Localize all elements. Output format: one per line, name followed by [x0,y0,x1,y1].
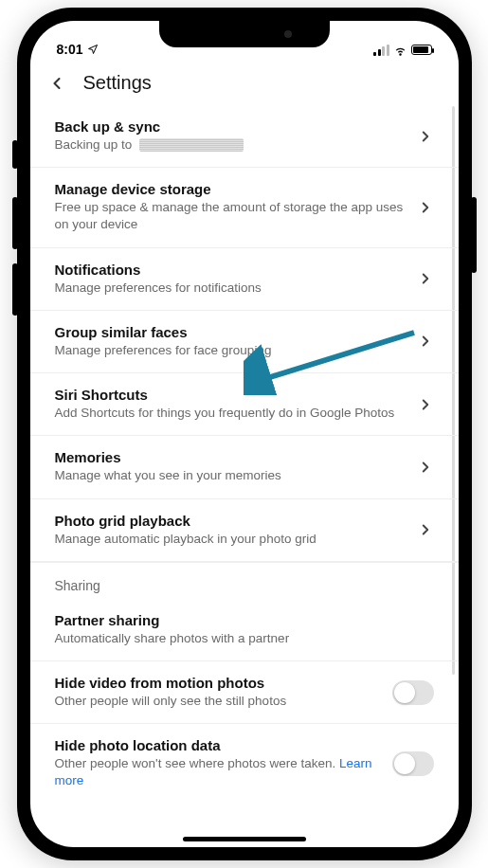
row-notifications[interactable]: Notifications Manage preferences for not… [30,248,459,311]
row-subtitle: Backing up to [55,136,406,154]
toggle-hide-location[interactable] [392,751,434,776]
volume-down-button [12,263,18,316]
row-title: Group similar faces [55,324,406,340]
chevron-right-icon [417,521,434,538]
chevron-right-icon [417,333,434,350]
location-icon [87,44,99,55]
home-indicator[interactable] [183,837,306,841]
back-button[interactable] [47,74,66,93]
row-hide-video-motion: Hide video from motion photos Other peop… [30,661,459,724]
content-scroll[interactable]: Back up & sync Backing up to Manage devi… [30,105,459,841]
row-title: Notifications [55,262,406,278]
row-memories[interactable]: Memories Manage what you see in your mem… [30,436,459,498]
svg-point-0 [399,54,400,55]
row-subtitle: Other people won't see where photos were… [55,755,381,789]
row-title: Photo grid playback [55,513,406,529]
row-title: Memories [55,449,406,465]
row-siri-shortcuts[interactable]: Siri Shortcuts Add Shortcuts for things … [30,373,459,436]
row-partner-sharing[interactable]: Partner sharing Automatically share phot… [30,599,459,661]
row-subtitle: Manage automatic playback in your photo … [55,531,406,548]
row-subtitle: Manage what you see in your memories [55,467,406,484]
status-time: 8:01 [57,42,83,57]
redacted-account [139,138,244,152]
row-subtitle: Add Shortcuts for things you frequently … [55,405,406,422]
row-subtitle: Manage preferences for face grouping [55,342,406,359]
row-subtitle: Manage preferences for notifications [55,280,406,297]
row-title: Back up & sync [55,118,406,135]
screen: 8:01 Settings Back up & sync Backing up [30,21,459,847]
notch [159,21,330,47]
phone-frame: 8:01 Settings Back up & sync Backing up [17,8,472,860]
battery-icon [411,45,432,55]
power-button [471,197,477,273]
row-photo-grid-playback[interactable]: Photo grid playback Manage automatic pla… [30,499,459,562]
row-backup-sync[interactable]: Back up & sync Backing up to [30,105,459,168]
row-hide-location: Hide photo location data Other people wo… [30,724,459,803]
cell-signal-icon [373,45,389,56]
row-title: Hide photo location data [55,737,381,753]
row-title: Siri Shortcuts [55,387,406,403]
page-title: Settings [83,72,152,94]
toggle-hide-video[interactable] [392,680,434,705]
header: Settings [30,59,459,105]
chevron-right-icon [417,396,434,413]
volume-up-button [12,197,18,249]
chevron-right-icon [417,199,434,216]
chevron-right-icon [417,459,434,476]
row-title: Partner sharing [55,612,434,628]
row-group-similar-faces[interactable]: Group similar faces Manage preferences f… [30,311,459,373]
row-subtitle: Other people will only see the still pho… [55,693,381,710]
chevron-right-icon [417,270,434,287]
wifi-icon [393,43,407,57]
row-title: Manage device storage [55,181,406,197]
side-button [12,140,18,169]
row-title: Hide video from motion photos [55,675,381,691]
row-subtitle: Automatically share photos with a partne… [55,630,434,647]
section-header-sharing: Sharing [30,562,459,599]
chevron-right-icon [417,128,434,145]
row-manage-storage[interactable]: Manage device storage Free up space & ma… [30,168,459,247]
row-subtitle: Free up space & manage the amount of sto… [55,199,406,233]
